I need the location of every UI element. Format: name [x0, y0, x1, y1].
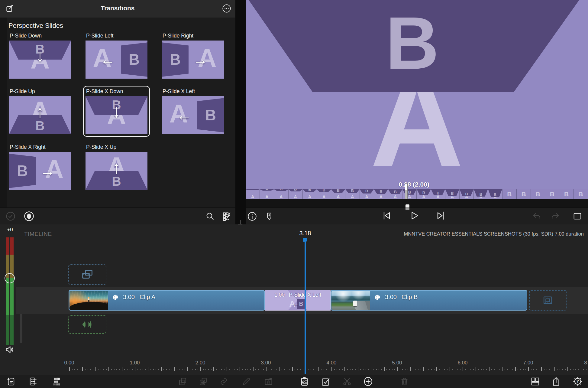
transition-name: P-Slide X Up	[86, 144, 147, 152]
transition-name: P-Slide Down	[9, 33, 71, 41]
preview-monitor[interactable]: A B ABABABABABABABABABABABABABABABABABAB…	[246, 0, 588, 199]
filmstrip-frame[interactable]: AB	[417, 189, 431, 199]
transition-card-x-right[interactable]: P-Slide X Right A B →	[9, 144, 71, 190]
filmstrip-frame[interactable]: B	[517, 189, 531, 199]
multi-select-button[interactable]	[319, 375, 332, 388]
ruler-label: 4.00	[326, 360, 336, 366]
insert-overlay-button[interactable]	[176, 375, 189, 388]
clip-a[interactable]: 3.00 Clip A	[69, 290, 265, 311]
split-scissors-button[interactable]	[340, 375, 354, 388]
filmstrip-frame[interactable]: AB	[260, 189, 274, 199]
filmstrip-frame[interactable]: AB	[289, 189, 303, 199]
filmstrip-frame[interactable]: AB	[431, 189, 445, 199]
add-marker-button[interactable]	[263, 210, 276, 223]
playhead[interactable]	[305, 239, 306, 374]
transition-card-left[interactable]: P-Slide Left A B ←	[86, 33, 147, 79]
clip-b[interactable]: 3.00 Clip B	[331, 290, 527, 311]
info-button[interactable]	[245, 210, 259, 223]
filmstrip-frame[interactable]: B	[559, 189, 573, 199]
transition-card-x-up[interactable]: P-Slide X Up A B ↑	[86, 144, 147, 190]
titles-button[interactable]	[262, 375, 275, 388]
add-project-button[interactable]	[4, 375, 18, 388]
apply-check-button[interactable]	[4, 210, 17, 223]
transition-clip[interactable]: 1.00 P-Slide X Left A B ←	[265, 290, 331, 311]
direction-arrow-icon: ↓	[36, 47, 44, 64]
ruler-tick	[547, 369, 547, 370]
view-options-button[interactable]	[220, 210, 233, 223]
filmstrip-frame[interactable]: AB	[374, 189, 388, 199]
preview-scrubber-tab[interactable]	[405, 204, 409, 210]
ruler-tick	[536, 369, 537, 370]
filmstrip-frame[interactable]: AB	[445, 189, 460, 199]
share-export-button[interactable]	[549, 375, 563, 388]
skip-to-start-button[interactable]	[380, 209, 393, 222]
redo-button[interactable]	[548, 209, 562, 223]
filmstrip-frame[interactable]: B	[502, 189, 517, 199]
record-preview-button[interactable]	[22, 210, 36, 223]
speaker-icon[interactable]	[3, 343, 16, 356]
ruler-label: 2.00	[195, 360, 205, 366]
ruler-tick	[368, 369, 369, 370]
fullscreen-button[interactable]	[571, 210, 584, 223]
ruler-tick	[421, 369, 421, 370]
insert-audio-button[interactable]	[196, 375, 210, 388]
ruler-tick	[562, 369, 563, 370]
filmstrip-frame[interactable]: AB	[303, 189, 317, 199]
ruler-tick	[360, 369, 361, 370]
ruler-tick	[476, 367, 476, 371]
clip-b-thumbnail	[331, 291, 370, 310]
transition-card-up[interactable]: P-Slide Up A B ↑	[9, 88, 71, 134]
filmstrip-frame[interactable]: AB	[474, 189, 488, 199]
clip-attributes-button[interactable]	[298, 375, 311, 388]
arrow-left-icon: ←	[292, 300, 299, 307]
filmstrip-frame[interactable]: AB	[460, 189, 474, 199]
time-ruler-labels[interactable]: 0.001.002.003.004.005.006.007.008	[0, 360, 588, 367]
filmstrip-frame[interactable]: AB	[274, 189, 288, 199]
delete-trash-button[interactable]	[398, 375, 411, 388]
layout-button[interactable]	[528, 375, 542, 388]
transition-card-down[interactable]: P-Slide Down A B ↓	[9, 33, 71, 79]
ruler-tick	[208, 369, 209, 370]
search-button[interactable]	[203, 210, 217, 223]
color-palette-icon	[112, 294, 119, 301]
ruler-tick	[282, 369, 282, 370]
audio-track-placeholder[interactable]	[68, 315, 106, 334]
filmstrip-frame[interactable]: AB	[360, 189, 374, 199]
add-plus-button[interactable]	[361, 375, 375, 388]
transition-card-right[interactable]: P-Slide Right A B →	[162, 33, 224, 79]
filmstrip-frame[interactable]: AB	[246, 189, 260, 199]
transition-card-x-left[interactable]: P-Slide X Left A B ←	[162, 88, 224, 134]
filmstrip-frame[interactable]: AB	[345, 189, 360, 199]
ruler-tick	[237, 369, 238, 370]
ruler-tick	[300, 369, 301, 370]
overlay-track-placeholder[interactable]	[68, 264, 106, 285]
filmstrip-frame[interactable]: B	[531, 189, 545, 199]
skip-to-end-button[interactable]	[434, 209, 447, 222]
filmstrip-frame[interactable]: B	[574, 189, 588, 199]
ruler-tick	[88, 369, 88, 370]
undo-button[interactable]	[530, 209, 543, 223]
ruler-tick	[578, 369, 579, 370]
ruler-tick	[528, 367, 529, 371]
play-button[interactable]	[408, 209, 421, 222]
filmstrip-frame[interactable]: AB	[331, 189, 345, 199]
gain-knob[interactable]	[5, 273, 15, 283]
project-details-button[interactable]	[26, 375, 40, 388]
media-frames-button[interactable]	[50, 375, 63, 388]
ruler-tick	[192, 369, 193, 370]
more-options-button[interactable]	[220, 2, 233, 15]
settings-help-button[interactable]: ?	[571, 375, 584, 388]
transition-card-x-down[interactable]: P-Slide X Down A B ↓	[86, 88, 147, 134]
filmstrip-frame[interactable]: AB	[488, 189, 502, 199]
ruler-tick	[284, 369, 285, 370]
ruler-tick	[213, 367, 214, 371]
append-clip-placeholder[interactable]	[529, 290, 567, 311]
edit-pencil-button[interactable]	[240, 375, 253, 388]
preview-scrubber-handle[interactable]	[405, 183, 408, 199]
filmstrip-frame[interactable]: B	[545, 189, 559, 199]
link-clips-button[interactable]	[217, 375, 230, 388]
time-ruler-ticks[interactable]	[0, 367, 588, 372]
filmstrip-frame[interactable]: AB	[317, 189, 331, 199]
filmstrip-frame[interactable]: AB	[388, 189, 402, 199]
ruler-tick	[486, 369, 487, 370]
